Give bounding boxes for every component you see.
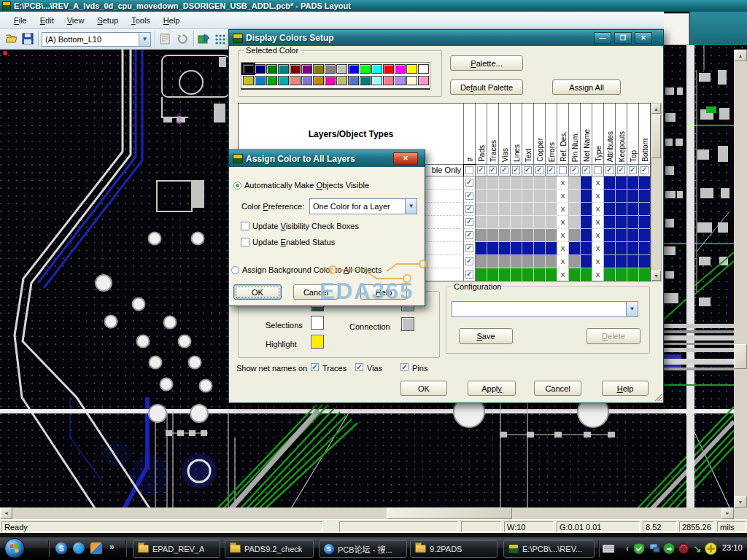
tray-keyboard-icon[interactable] [603,542,614,554]
layer-color-cell[interactable] [534,203,546,216]
column-header-type[interactable]: Type [592,104,604,165]
color-preference-chevron-icon[interactable]: ▼ [405,199,417,214]
delete-button[interactable]: Delete [587,328,640,344]
quicklaunch-pictures-icon[interactable] [90,542,102,554]
visibility-checkbox-cell[interactable] [592,165,604,176]
layer-color-cell[interactable] [522,255,534,268]
layer-color-cell[interactable] [534,268,546,281]
start-button[interactable] [4,538,25,559]
layer-color-cell[interactable] [511,255,522,268]
assign-all-button[interactable]: Assign All [552,79,621,95]
layer-color-cell[interactable] [616,255,627,268]
layer-color-cell[interactable] [627,176,639,190]
assign-ok-button[interactable]: OK [233,284,282,300]
task-button-2[interactable]: PADS9.2_check [225,540,314,558]
board-outline-color-swatch[interactable] [401,306,414,311]
layer-color-cell[interactable] [511,229,522,242]
layer-enabled-checkbox[interactable] [465,244,473,252]
help-button[interactable]: Help [602,381,649,396]
table-scrollbar[interactable]: ▲ ▼ [651,103,662,281]
layer-color-cell[interactable] [476,268,487,281]
color-swatch[interactable] [301,76,312,85]
visibility-checkbox-cell[interactable] [534,165,546,176]
layer-color-cell[interactable] [604,176,616,190]
visibility-checkbox-cell[interactable] [464,165,476,176]
properties-icon[interactable] [159,33,171,45]
quicklaunch-sogou-icon[interactable]: S [55,542,67,554]
visibility-checkbox-cell[interactable] [487,165,499,176]
layer-color-cell[interactable]: X [557,242,569,255]
dialog-close-icon[interactable]: ✕ [635,32,652,44]
layer-color-cell[interactable] [604,216,616,229]
layer-color-cell[interactable] [581,268,592,281]
layer-color-cell[interactable] [616,216,627,229]
layer-color-cell[interactable]: X [592,190,604,203]
scroll-up-icon[interactable]: ▲ [734,50,747,61]
layer-color-cell[interactable] [569,190,581,203]
layer-color-cell[interactable]: X [592,203,604,216]
task-button-3[interactable]: SPCB论坛 - 搜... [319,540,407,558]
color-swatch[interactable] [255,64,266,74]
layer-color-cell[interactable]: X [592,229,604,242]
layer-color-cell[interactable] [546,255,557,268]
layer-color-cell[interactable] [499,255,511,268]
visibility-checkbox[interactable] [512,166,520,174]
menu-edit[interactable]: Edit [34,14,61,27]
layer-color-cell[interactable] [627,203,639,216]
layer-enabled-checkbox[interactable] [465,271,473,279]
color-swatch[interactable] [243,64,254,74]
dialog-maximize-icon[interactable]: ❐ [614,32,632,44]
color-swatch[interactable] [243,76,254,85]
column-header-bottom[interactable]: Bottom [639,104,651,165]
layer-color-cell[interactable] [581,203,592,216]
h-scrollbar[interactable]: ◄ ► [0,508,734,519]
v-scrollbar[interactable]: ▲ ▼ [734,50,747,508]
layer-color-cell[interactable] [522,242,534,255]
update-enabled-checkbox[interactable] [241,238,249,246]
layer-color-cell[interactable] [546,176,557,190]
layer-color-cell[interactable] [499,268,511,281]
layer-color-cell[interactable]: X [557,203,569,216]
table-scroll-down-icon[interactable]: ▼ [651,271,661,281]
menu-view[interactable]: View [61,14,91,27]
tray-chevron-icon[interactable]: ‹ [622,542,633,554]
layer-color-cell[interactable] [499,176,511,190]
background-color-swatch[interactable] [311,306,324,311]
layer-color-cell[interactable] [616,190,627,203]
layer-color-cell[interactable] [639,242,651,255]
scroll-right-icon[interactable]: ► [721,508,734,519]
chevron-down-icon[interactable]: ▼ [139,33,150,46]
color-swatch[interactable] [278,64,289,74]
layer-color-cell[interactable] [627,268,639,281]
layer-color-cell[interactable]: X [592,255,604,268]
quicklaunch-overflow-icon[interactable]: » [109,542,115,552]
color-swatch[interactable] [371,64,382,74]
palette-button[interactable]: Palette... [450,55,523,71]
show-net-pins-checkbox[interactable] [400,363,409,371]
layer-color-cell[interactable] [604,229,616,242]
layer-color-cell[interactable] [604,242,616,255]
layer-enabled-cell[interactable] [464,190,476,203]
task-button-5[interactable]: E:\PCB\...\REV... [503,540,595,558]
layer-color-cell[interactable] [499,229,511,242]
layer-color-cell[interactable] [616,268,627,281]
layer-color-cell[interactable] [476,255,487,268]
layer-enabled-checkbox[interactable] [465,205,473,213]
assign-close-icon[interactable]: ✕ [393,152,418,165]
layer-color-cell[interactable] [581,229,592,242]
layer-color-cell[interactable] [627,190,639,203]
column-header-text[interactable]: Text [522,104,534,165]
layer-color-cell[interactable]: X [592,216,604,229]
selections-color-swatch[interactable] [311,316,324,330]
layer-color-cell[interactable] [476,242,487,255]
visibility-checkbox[interactable] [477,166,485,174]
visibility-checkbox[interactable] [500,166,508,174]
color-swatch[interactable] [406,76,417,85]
h-scroll-thumb[interactable] [387,508,512,519]
visibility-checkbox[interactable] [535,166,543,174]
layer-color-cell[interactable] [581,190,592,203]
visibility-checkbox-cell[interactable] [557,165,569,176]
color-swatch[interactable] [313,64,324,74]
layer-color-cell[interactable] [487,242,499,255]
layer-enabled-cell[interactable] [464,203,476,216]
